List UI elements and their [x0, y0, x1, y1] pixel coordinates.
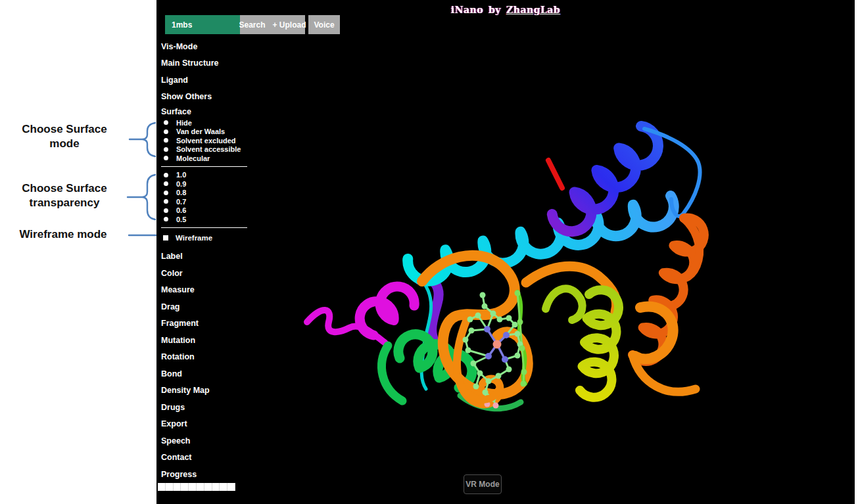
radio-icon[interactable]	[164, 138, 168, 143]
surface-mode-option-hide[interactable]: Hide	[161, 118, 256, 127]
sidebar-item-contact[interactable]: Contact	[161, 449, 256, 467]
brace-surface-mode	[143, 123, 155, 156]
sidebar-item-measure[interactable]: Measure	[161, 282, 256, 299]
radio-icon[interactable]	[164, 217, 168, 221]
surface-mode-label: Molecular	[176, 154, 210, 162]
app-title: iNanobyZhangLab	[156, 5, 855, 15]
transparency-option-0-5[interactable]: 0.5	[161, 215, 256, 224]
radio-icon[interactable]	[164, 173, 168, 177]
surface-mode-option-van-der-waals[interactable]: Van der Waals	[161, 127, 256, 137]
annotation-surface-mode: Choose Surface mode	[12, 122, 117, 151]
transparency-label: 0.9	[176, 180, 186, 188]
sidebar-item-vis-mode[interactable]: Vis-Mode	[161, 38, 256, 55]
search-input[interactable]	[165, 15, 240, 34]
transparency-option-0-9[interactable]: 0.9	[161, 179, 256, 189]
sidebar-item-show-others[interactable]: Show Others	[161, 89, 256, 106]
surface-mode-option-solvent-accessible[interactable]: Solvent accessible	[161, 145, 256, 154]
app-name: iNano	[451, 5, 483, 15]
sidebar-item-mutation[interactable]: Mutation	[161, 332, 256, 349]
search-button[interactable]: Search	[239, 20, 265, 30]
progress-bar	[158, 483, 235, 491]
sidebar-item-fragment[interactable]: Fragment	[161, 315, 256, 332]
transparency-label: 0.6	[176, 206, 186, 214]
wireframe-checkbox-row[interactable]: Wireframe	[161, 232, 256, 244]
annotation-braces	[0, 0, 156, 504]
radio-icon[interactable]	[164, 181, 168, 186]
sidebar-item-main-structure[interactable]: Main Structure	[161, 55, 256, 72]
transparency-label: 0.8	[176, 189, 186, 196]
sidebar-item-bond[interactable]: Bond	[161, 365, 256, 382]
checkbox-icon[interactable]	[163, 235, 168, 241]
zhanglab-link[interactable]: ZhangLab	[506, 5, 560, 15]
sidebar-item-export[interactable]: Export	[161, 416, 256, 433]
sidebar-item-color[interactable]: Color	[161, 265, 256, 282]
sidebar-item-speech[interactable]: Speech	[161, 432, 256, 449]
molecule-viewport[interactable]	[156, 0, 855, 504]
transparency-option-0-8[interactable]: 0.8	[161, 189, 256, 198]
annotation-wireframe-mode: Wireframe mode	[4, 227, 122, 242]
voice-button[interactable]: Voice	[308, 15, 340, 34]
transparency-label: 0.7	[176, 198, 186, 206]
sidebar-item-drag[interactable]: Drag	[161, 298, 256, 315]
toolbar: Search + Upload Voice	[165, 15, 340, 34]
transparency-option-0-6[interactable]: 0.6	[161, 206, 256, 216]
sidebar-item-rotation[interactable]: Rotation	[161, 349, 256, 366]
wireframe-label: Wireframe	[176, 234, 212, 242]
sidebar-item-density-map[interactable]: Density Map	[161, 382, 256, 400]
sidebar-divider	[161, 166, 247, 167]
vr-mode-button[interactable]: VR Mode	[464, 474, 502, 494]
upload-button[interactable]: + Upload	[273, 20, 306, 30]
radio-icon[interactable]	[164, 120, 168, 125]
radio-icon[interactable]	[164, 156, 168, 160]
sidebar-menu: Vis-Mode Main Structure Ligand Show Othe…	[161, 38, 256, 491]
radio-icon[interactable]	[164, 208, 168, 213]
radio-icon[interactable]	[164, 191, 168, 195]
brace-transparency	[143, 175, 155, 219]
sidebar-item-label[interactable]: Label	[161, 248, 256, 265]
annotation-surface-transparency: Choose Surface transparency	[12, 181, 117, 210]
radio-icon[interactable]	[164, 129, 168, 134]
sidebar-item-drugs[interactable]: Drugs	[161, 399, 256, 416]
surface-mode-label: Van der Waals	[176, 127, 225, 135]
transparency-option-1-0[interactable]: 1.0	[161, 171, 256, 180]
surface-mode-option-molecular[interactable]: Molecular	[161, 154, 256, 163]
annotation-margin: Choose Surface mode Choose Surface trans…	[0, 0, 156, 504]
surface-mode-label: Solvent excluded	[176, 137, 235, 145]
sidebar-item-surface[interactable]: Surface	[161, 105, 256, 118]
sidebar-divider	[161, 227, 247, 228]
surface-mode-label: Solvent accessible	[176, 145, 241, 153]
sidebar-item-ligand[interactable]: Ligand	[161, 72, 256, 89]
transparency-option-0-7[interactable]: 0.7	[161, 197, 256, 206]
surface-mode-label: Hide	[176, 119, 192, 127]
radio-icon[interactable]	[164, 199, 168, 204]
title-by: by	[489, 5, 501, 15]
transparency-label: 0.5	[176, 216, 186, 223]
radio-icon[interactable]	[164, 147, 168, 152]
transparency-label: 1.0	[176, 171, 186, 179]
sidebar-item-progress: Progress	[161, 466, 256, 483]
app-window: iNanobyZhangLab Search + Upload Voice Vi…	[156, 0, 855, 504]
search-upload-group: Search + Upload	[240, 15, 305, 34]
surface-mode-option-solvent-excluded[interactable]: Solvent excluded	[161, 136, 256, 145]
